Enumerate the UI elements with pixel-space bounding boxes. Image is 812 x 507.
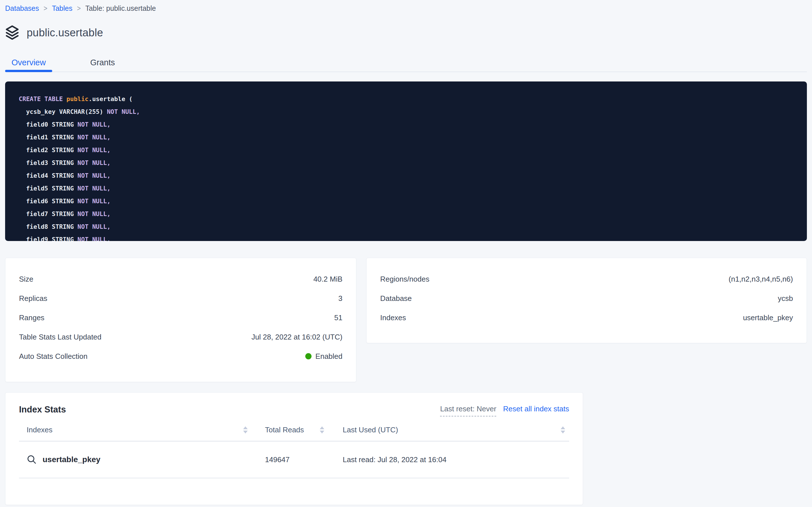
code-line: field2 STRING NOT NULL, <box>19 144 798 156</box>
breadcrumb-databases-link[interactable]: Databases <box>5 4 39 12</box>
code-token: NOT NULL, <box>77 185 111 192</box>
detail-row-auto-stats: Auto Stats Collection Enabled <box>19 347 342 366</box>
detail-row-indexes: Indexes usertable_pkey <box>380 308 793 327</box>
code-line: CREATE TABLE public.usertable ( <box>19 93 798 105</box>
code-token: field8 STRING <box>19 223 77 230</box>
code-token: NOT NULL, <box>77 198 111 205</box>
detail-label: Auto Stats Collection <box>19 352 87 361</box>
tab-bar: Overview Grants <box>5 53 807 72</box>
page-title: public.usertable <box>27 27 103 39</box>
detail-row-replicas: Replicas 3 <box>19 289 342 308</box>
sort-arrows-icon <box>320 427 324 434</box>
column-header-label: Total Reads <box>265 426 304 434</box>
index-stats-header: Index Stats Last reset: Never Reset all … <box>19 404 569 416</box>
table-details-page: Databases > Tables > Table: public.usert… <box>0 0 812 507</box>
detail-value: Jul 28, 2022 at 16:02 (UTC) <box>251 333 342 341</box>
layers-stack-icon <box>5 25 19 40</box>
breadcrumb-current: Table: public.usertable <box>85 4 156 12</box>
code-token: field4 STRING <box>19 172 77 179</box>
last-reset-label: Last reset: Never <box>440 404 496 416</box>
breadcrumb-tables-link[interactable]: Tables <box>52 4 72 12</box>
tab-overview-label: Overview <box>12 58 46 67</box>
status-enabled-dot-icon <box>305 353 312 359</box>
breadcrumb-separator-icon: > <box>44 4 47 12</box>
code-line: ycsb_key VARCHAR(255) NOT NULL, <box>19 105 798 118</box>
active-tab-underline <box>5 70 52 72</box>
code-token: .usertable ( <box>88 95 132 103</box>
index-table-row: usertable_pkey 149647 Last read: Jul 28,… <box>19 441 569 478</box>
code-token: NOT NULL, <box>77 236 111 241</box>
detail-value: Enabled <box>305 352 342 361</box>
detail-label: Size <box>19 275 34 284</box>
column-header-label: Indexes <box>27 426 53 434</box>
code-token: NOT NULL, <box>77 134 111 141</box>
code-token: field3 STRING <box>19 159 77 166</box>
tab-grants[interactable]: Grants <box>87 53 118 71</box>
code-token: NOT NULL, <box>77 223 111 230</box>
code-token: NOT NULL, <box>77 147 111 154</box>
code-token: field1 STRING <box>19 134 77 141</box>
detail-row-ranges: Ranges 51 <box>19 308 342 327</box>
index-stats-actions: Last reset: Never Reset all index stats <box>440 404 569 416</box>
status-badge: Enabled <box>315 352 342 361</box>
code-token: NOT NULL, <box>77 121 111 128</box>
breadcrumb: Databases > Tables > Table: public.usert… <box>5 3 807 14</box>
code-token: field9 STRING <box>19 236 77 241</box>
code-line: field8 STRING NOT NULL, <box>19 220 798 233</box>
detail-value: 51 <box>334 314 342 322</box>
index-stats-heading: Index Stats <box>19 404 66 415</box>
code-token: NOT NULL, <box>77 159 111 166</box>
column-header-last-used[interactable]: Last Used (UTC) <box>328 426 569 434</box>
code-token: field0 STRING <box>19 121 77 128</box>
create-table-statement: CREATE TABLE public.usertable ( ycsb_key… <box>5 81 807 241</box>
code-token: NOT NULL, <box>77 210 111 217</box>
code-line: field0 STRING NOT NULL, <box>19 118 798 131</box>
code-token: CREATE TABLE <box>19 95 66 103</box>
code-line: field9 STRING NOT NULL, <box>19 233 798 241</box>
detail-label: Replicas <box>19 294 47 303</box>
column-header-label: Last Used (UTC) <box>343 426 398 434</box>
detail-value: (n1,n2,n3,n4,n5,n6) <box>729 275 793 284</box>
detail-value: 3 <box>338 294 342 303</box>
column-header-total-reads[interactable]: Total Reads <box>252 426 328 434</box>
tab-overview[interactable]: Overview <box>5 53 52 71</box>
detail-value: ycsb <box>778 294 793 303</box>
breadcrumb-separator-icon: > <box>77 4 80 12</box>
code-token: field2 STRING <box>19 147 77 154</box>
table-info-card: Regions/nodes (n1,n2,n3,n4,n5,n6) Databa… <box>366 258 807 343</box>
detail-row-regions: Regions/nodes (n1,n2,n3,n4,n5,n6) <box>380 269 793 289</box>
code-line: field3 STRING NOT NULL, <box>19 156 798 169</box>
details-section: Size 40.2 MiB Replicas 3 Ranges 51 Table… <box>5 258 807 382</box>
detail-label: Ranges <box>19 314 45 322</box>
reset-all-index-stats-link[interactable]: Reset all index stats <box>503 404 569 413</box>
detail-label: Database <box>380 294 412 303</box>
code-line: field1 STRING NOT NULL, <box>19 131 798 144</box>
code-token: NOT NULL, <box>107 108 140 115</box>
code-line: field5 STRING NOT NULL, <box>19 182 798 195</box>
sort-arrows-icon <box>243 427 248 434</box>
detail-label: Indexes <box>380 314 406 322</box>
detail-label: Table Stats Last Updated <box>19 333 102 341</box>
column-header-indexes[interactable]: Indexes <box>19 426 252 434</box>
index-name[interactable]: usertable_pkey <box>43 455 101 464</box>
index-name-cell[interactable]: usertable_pkey <box>19 454 252 465</box>
code-token: field6 STRING <box>19 198 77 205</box>
code-token: field7 STRING <box>19 210 77 217</box>
code-line: field4 STRING NOT NULL, <box>19 169 798 182</box>
code-token: ycsb_key VARCHAR(255) <box>19 108 107 115</box>
magnifier-icon <box>27 454 37 465</box>
total-reads-cell: 149647 <box>252 455 328 464</box>
code-token: field5 STRING <box>19 185 77 192</box>
code-token: public <box>66 95 88 103</box>
detail-value: 40.2 MiB <box>313 275 342 284</box>
detail-row-size: Size 40.2 MiB <box>19 269 342 289</box>
index-stats-table: Indexes Total Reads Last Used (UTC) <box>19 419 569 478</box>
detail-row-stats-updated: Table Stats Last Updated Jul 28, 2022 at… <box>19 327 342 347</box>
last-used-cell: Last read: Jul 28, 2022 at 16:04 <box>328 455 569 464</box>
detail-label: Regions/nodes <box>380 275 429 284</box>
code-line: field6 STRING NOT NULL, <box>19 195 798 208</box>
table-stats-card: Size 40.2 MiB Replicas 3 Ranges 51 Table… <box>5 258 356 382</box>
index-stats-card: Index Stats Last reset: Never Reset all … <box>5 392 583 505</box>
detail-value: usertable_pkey <box>743 314 793 322</box>
title-row: public.usertable <box>5 24 807 41</box>
